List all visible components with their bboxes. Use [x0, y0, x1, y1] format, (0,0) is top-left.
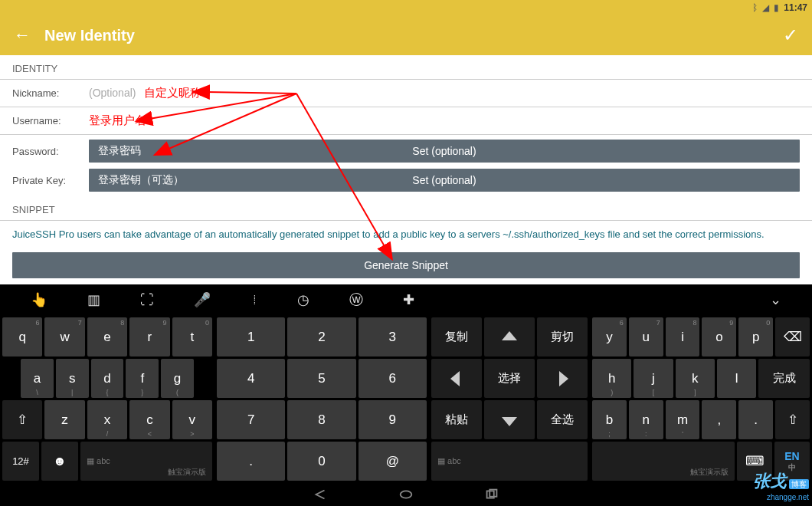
key-selectall[interactable]: 全选	[537, 400, 588, 439]
key-arrow-right[interactable]	[537, 359, 588, 398]
collapse-icon[interactable]: ⌄	[770, 291, 781, 308]
field-nickname: Nickname: (Optional) 自定义昵称	[0, 80, 812, 107]
privatekey-set-button[interactable]: 登录密钥（可选） Set (optional)	[89, 169, 800, 192]
touch-icon[interactable]: 👆	[31, 291, 47, 308]
key-cut[interactable]: 剪切	[537, 317, 588, 356]
svg-marker-7	[559, 371, 568, 386]
key-r[interactable]: r9	[129, 317, 169, 356]
field-username: Username: 登录用户名	[0, 107, 812, 135]
key-8[interactable]: 8	[287, 400, 355, 439]
key-t[interactable]: t0	[172, 317, 212, 356]
key-1[interactable]: 1	[217, 317, 285, 356]
key-select[interactable]: 选择	[484, 359, 535, 398]
weibo-icon[interactable]: ⓦ	[349, 291, 363, 309]
key-arrow-left[interactable]	[431, 359, 482, 398]
key-4[interactable]: 4	[217, 359, 285, 398]
key-lang-switch[interactable]: EN中	[774, 442, 810, 481]
svg-marker-6	[450, 371, 460, 386]
key-emoji[interactable]: ☻	[41, 442, 78, 481]
mic-icon[interactable]: 🎤	[194, 291, 211, 308]
key-w[interactable]: w7	[44, 317, 84, 356]
key-x[interactable]: x/	[87, 400, 127, 439]
key-2[interactable]: 2	[287, 317, 355, 356]
snippet-description: JuiceSSH Pro users can take advantage of…	[0, 221, 812, 248]
key-d[interactable]: d{	[91, 359, 124, 398]
key-3[interactable]: 3	[359, 317, 427, 356]
field-privatekey: Private Key: 登录密钥（可选） Set (optional)	[0, 167, 812, 196]
key-backspace[interactable]: ⌫	[775, 317, 810, 356]
key-e[interactable]: e8	[87, 317, 127, 356]
key-arrow-down[interactable]	[484, 400, 535, 439]
key-l[interactable]: l	[717, 359, 756, 398]
privatekey-label: Private Key:	[12, 175, 89, 186]
expand-icon[interactable]: ⛶	[140, 292, 154, 308]
key-arrow-up[interactable]	[484, 317, 535, 356]
field-password: Password: 登录密码 Set (optional)	[0, 135, 812, 167]
key-q[interactable]: q6	[2, 317, 42, 356]
battery-icon: ▮	[774, 2, 779, 13]
page-title: New Identity	[44, 27, 783, 44]
key-u[interactable]: u7	[629, 317, 663, 356]
svg-marker-5	[502, 331, 517, 340]
split-icon[interactable]: ▥	[87, 291, 100, 308]
key-k[interactable]: k]	[676, 359, 715, 398]
key-done[interactable]: 完成	[758, 359, 810, 398]
key-shift[interactable]: ⇧	[2, 400, 42, 439]
key-6[interactable]: 6	[359, 359, 427, 398]
cursor-icon[interactable]: ⸽	[250, 292, 257, 308]
keyboard-toolbar: 👆 ▥ ⛶ 🎤 ⸽ ◷ ⓦ ✚ ⌄	[0, 284, 812, 315]
key-dot[interactable]: .	[217, 442, 285, 481]
key-f[interactable]: f}	[126, 359, 159, 398]
soft-keyboard: 👆 ▥ ⛶ 🎤 ⸽ ◷ ⓦ ✚ ⌄ q6 w7 e8 r9 t0 a\ s| d…	[0, 284, 812, 483]
nav-recents-icon[interactable]	[483, 488, 500, 501]
key-s[interactable]: s|	[56, 359, 89, 398]
key-9[interactable]: 9	[359, 400, 427, 439]
keyboard-right-panel: y6 u7 i8 o9 p0 ⌫ h) j[ k] l 完成 b; n: m' …	[590, 315, 812, 483]
key-n[interactable]: n:	[629, 400, 663, 439]
key-m[interactable]: m'	[666, 400, 700, 439]
confirm-icon[interactable]: ✓	[783, 25, 798, 46]
key-5[interactable]: 5	[287, 359, 355, 398]
password-set-button[interactable]: 登录密码 Set (optional)	[89, 140, 800, 163]
key-i[interactable]: i8	[666, 317, 700, 356]
key-spacebar-center[interactable]: ▦ abc	[431, 442, 588, 481]
key-p[interactable]: p0	[738, 317, 773, 356]
keyboard-numpad: 1 2 3 4 5 6 7 8 9 . 0 @	[214, 315, 429, 483]
key-c[interactable]: c<	[129, 400, 169, 439]
android-navbar	[0, 483, 812, 506]
password-annotation: 登录密码	[89, 144, 141, 158]
key-at[interactable]: @	[359, 442, 427, 481]
key-b[interactable]: b;	[592, 400, 627, 439]
key-z[interactable]: z	[44, 400, 84, 439]
password-label: Password:	[12, 146, 89, 157]
key-keyboard-switch[interactable]: ⌨	[737, 442, 772, 481]
key-paste[interactable]: 粘贴	[431, 400, 482, 439]
bluetooth-icon: ᛒ	[752, 2, 758, 13]
plus-icon[interactable]: ✚	[403, 291, 414, 308]
key-h[interactable]: h)	[592, 359, 631, 398]
android-status-bar: ᛒ ◢ ▮ 11:47	[0, 0, 812, 15]
key-spacebar-left[interactable]: ▦ abc 触宝演示版	[80, 442, 212, 481]
key-7[interactable]: 7	[217, 400, 285, 439]
key-period[interactable]: .	[738, 400, 773, 439]
key-copy[interactable]: 复制	[431, 317, 482, 356]
key-spacebar-right[interactable]: 触宝演示版	[592, 442, 735, 481]
nickname-label: Nickname:	[12, 87, 89, 99]
key-j[interactable]: j[	[634, 359, 673, 398]
back-icon[interactable]: ←	[14, 25, 31, 45]
clock-icon[interactable]: ◷	[297, 291, 309, 308]
key-mode-switch[interactable]: 12#	[2, 442, 39, 481]
key-shift-right[interactable]: ⇧	[775, 400, 810, 439]
key-comma[interactable]: ,	[702, 400, 736, 439]
nav-home-icon[interactable]	[398, 488, 414, 501]
key-y[interactable]: y6	[592, 317, 627, 356]
key-g[interactable]: g(	[161, 359, 194, 398]
key-v[interactable]: v>	[172, 400, 212, 439]
section-snippet: SNIPPET	[0, 196, 812, 221]
key-0[interactable]: 0	[287, 442, 355, 481]
generate-snippet-button[interactable]: Generate Snippet	[12, 252, 800, 278]
key-o[interactable]: o9	[702, 317, 736, 356]
nav-back-icon[interactable]	[312, 488, 329, 501]
privatekey-set-text: Set (optional)	[412, 174, 476, 186]
key-a[interactable]: a\	[21, 359, 54, 398]
